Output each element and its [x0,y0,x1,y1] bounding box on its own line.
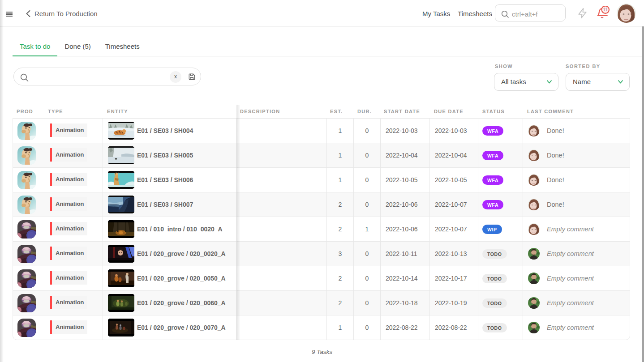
svg-text:11: 11 [603,7,608,12]
